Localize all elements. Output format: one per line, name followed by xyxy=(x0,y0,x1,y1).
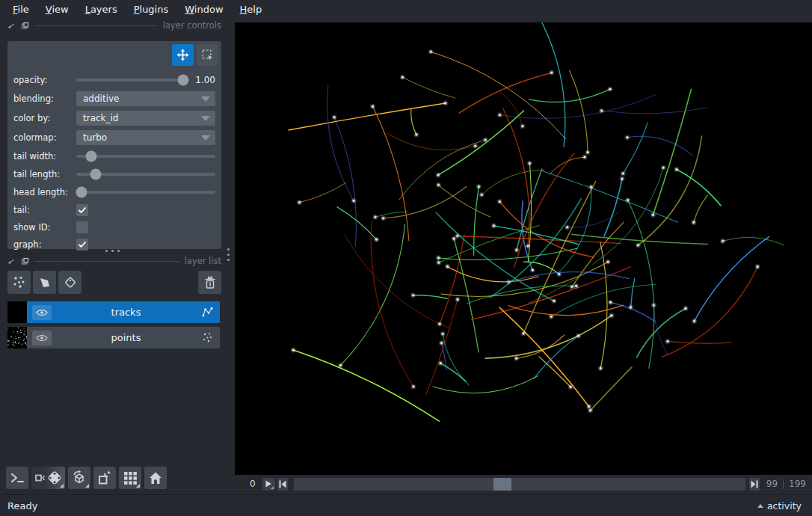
total-frames: 199 xyxy=(789,479,806,489)
opacity-row: opacity: 1.00 xyxy=(13,71,215,89)
console-icon xyxy=(10,472,25,484)
menu-bar: File View Layers Plugins Window Help xyxy=(0,0,812,19)
skip-to-start-icon xyxy=(279,480,286,488)
pan-zoom-button[interactable] xyxy=(172,44,194,66)
color-by-select[interactable]: track_id xyxy=(76,111,215,126)
layer-controls-title: layer controls xyxy=(163,20,221,31)
menu-plugins[interactable]: Plugins xyxy=(126,1,177,17)
eye-icon xyxy=(36,334,48,343)
tail-width-slider[interactable] xyxy=(76,155,215,158)
head-length-row: head length: xyxy=(13,183,215,201)
tail-checkbox[interactable] xyxy=(76,204,88,216)
color-by-label: color by: xyxy=(13,113,76,123)
menu-window[interactable]: Window xyxy=(176,1,231,17)
layer-list-titlebar: layer list xyxy=(7,256,221,266)
layer-row-tracks[interactable]: tracks xyxy=(27,301,220,323)
new-points-layer-button[interactable] xyxy=(7,271,31,294)
hide-panel-icon[interactable] xyxy=(7,257,16,265)
eye-icon xyxy=(36,308,48,317)
transform-button[interactable] xyxy=(197,44,218,66)
menu-file[interactable]: File xyxy=(4,1,37,17)
current-frame: 99 xyxy=(766,479,778,489)
tail-width-label: tail width: xyxy=(13,151,76,162)
chevron-up-icon xyxy=(757,504,763,508)
tag-icon xyxy=(64,276,77,289)
opacity-label: opacity: xyxy=(13,75,76,85)
last-frame-button[interactable] xyxy=(749,478,760,491)
new-shapes-layer-button[interactable] xyxy=(33,271,56,294)
visibility-toggle[interactable] xyxy=(32,331,52,345)
home-icon xyxy=(148,471,163,485)
tail-row: tail: xyxy=(13,201,215,218)
transpose-dimensions-button[interactable] xyxy=(93,467,116,489)
tail-label: tail: xyxy=(13,205,76,215)
menu-view[interactable]: View xyxy=(37,1,77,17)
frame-counter: 99 199 xyxy=(766,479,806,489)
dock-splitter-handle[interactable] xyxy=(227,248,230,261)
titlebar-divider xyxy=(34,25,158,26)
first-frame-button[interactable] xyxy=(277,478,288,491)
viewer-canvas[interactable] xyxy=(235,22,812,475)
menu-layers[interactable]: Layers xyxy=(77,1,126,17)
tail-length-slider-handle[interactable] xyxy=(90,169,102,180)
points-layer-thumbnail xyxy=(7,327,27,348)
status-bar: Ready activity xyxy=(0,494,812,516)
new-labels-layer-button[interactable] xyxy=(58,271,81,294)
home-button[interactable] xyxy=(144,467,167,489)
visibility-toggle[interactable] xyxy=(32,305,52,320)
console-button[interactable] xyxy=(6,467,28,489)
axis-label: 0 xyxy=(250,479,256,489)
layer-list-buttons xyxy=(7,271,221,294)
colormap-label: colormap: xyxy=(13,132,76,143)
check-icon xyxy=(78,206,87,215)
panel-resize-handle[interactable] xyxy=(105,250,120,252)
activity-label: activity xyxy=(767,500,802,512)
chevron-down-icon xyxy=(201,116,210,121)
trash-icon xyxy=(203,276,217,289)
show-id-checkbox[interactable] xyxy=(76,221,88,233)
polygon-icon xyxy=(38,276,52,289)
layer-name: tracks xyxy=(52,307,200,318)
viewer-toolbar xyxy=(6,467,167,489)
check-icon xyxy=(78,240,87,249)
colormap-select[interactable]: turbo xyxy=(76,130,215,145)
popup-indicator xyxy=(85,484,89,488)
grid-icon xyxy=(123,471,138,485)
popup-indicator xyxy=(60,484,64,488)
graph-label: graph: xyxy=(13,239,76,250)
color-by-row: color by: track_id xyxy=(13,108,215,128)
frame-slider-handle[interactable] xyxy=(493,478,511,491)
tail-length-slider[interactable] xyxy=(76,173,215,176)
float-panel-icon[interactable] xyxy=(21,22,29,30)
grid-view-button[interactable] xyxy=(119,467,141,489)
head-length-slider[interactable] xyxy=(76,191,215,194)
opacity-slider[interactable] xyxy=(76,79,188,82)
menu-help[interactable]: Help xyxy=(232,1,271,17)
activity-button[interactable]: activity xyxy=(757,500,802,512)
opacity-slider-handle[interactable] xyxy=(177,75,188,86)
hide-panel-icon[interactable] xyxy=(7,22,16,30)
status-message: Ready xyxy=(7,500,37,512)
frame-counter-divider xyxy=(783,479,784,489)
head-length-slider-handle[interactable] xyxy=(76,187,87,198)
layer-row-points[interactable]: points xyxy=(27,327,220,348)
skip-to-end-icon xyxy=(751,480,758,488)
layer-list-title: layer list xyxy=(185,256,221,266)
popup-indicator xyxy=(271,486,274,489)
graph-checkbox[interactable] xyxy=(76,239,88,251)
ndisplay-toggle-button[interactable] xyxy=(31,467,65,489)
delete-layer-button[interactable] xyxy=(198,271,221,294)
frame-slider[interactable] xyxy=(294,478,745,491)
move-icon xyxy=(176,49,189,61)
tail-width-slider-handle[interactable] xyxy=(86,151,97,162)
blending-label: blending: xyxy=(13,93,76,104)
float-panel-icon[interactable] xyxy=(21,257,29,265)
opacity-value: 1.00 xyxy=(188,75,215,85)
show-id-row: show ID: xyxy=(13,218,215,236)
roll-dimensions-button[interactable] xyxy=(68,467,90,489)
2d-3d-toggle-icon xyxy=(34,470,63,486)
points-icon xyxy=(12,275,26,289)
blending-select[interactable]: additive xyxy=(76,91,215,106)
play-button[interactable] xyxy=(262,478,275,491)
head-length-label: head length: xyxy=(13,187,76,197)
